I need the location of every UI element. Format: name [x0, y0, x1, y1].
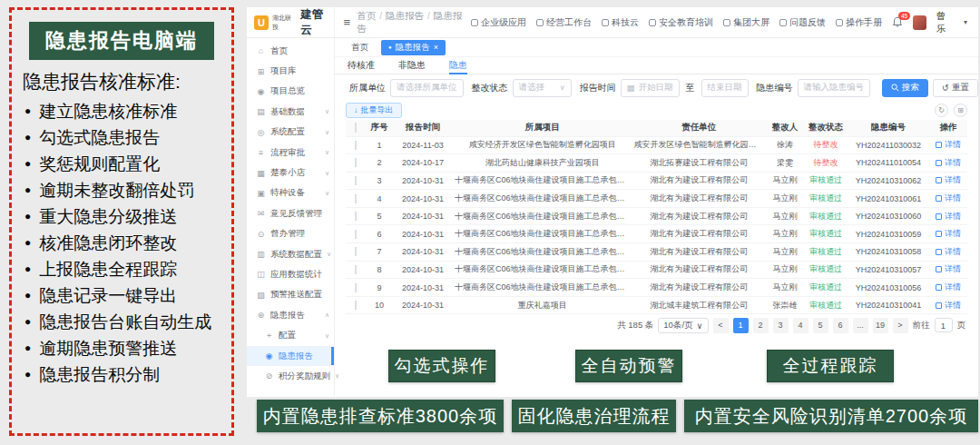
- detail-link[interactable]: 详情: [936, 157, 961, 169]
- sidebar-item[interactable]: ⊙督办管理: [247, 224, 334, 244]
- row-checkbox[interactable]: [355, 176, 357, 185]
- cell-project: 十堰商务区C06地块商住建设项目施工总承包工程: [453, 263, 632, 275]
- detail-link[interactable]: 详情: [936, 228, 961, 240]
- chevron-icon: ∧: [325, 312, 329, 319]
- search-button[interactable]: 搜索: [882, 79, 928, 97]
- row-checkbox[interactable]: [355, 194, 357, 203]
- detail-link[interactable]: 详情: [936, 282, 961, 293]
- page-button[interactable]: 5: [813, 318, 828, 333]
- username[interactable]: 曾乐: [936, 10, 954, 35]
- row-checkbox[interactable]: [355, 265, 357, 274]
- detail-icon: [936, 142, 942, 148]
- top-nav-item[interactable]: 问题反馈: [779, 16, 826, 29]
- page-button[interactable]: 19: [873, 318, 888, 333]
- sidebar-item[interactable]: ◫应用数据统计: [247, 264, 334, 284]
- subtab-item[interactable]: 非隐患: [398, 57, 426, 73]
- sidebar-item[interactable]: ◉隐患报告: [247, 346, 334, 366]
- row-checkbox[interactable]: [355, 141, 357, 150]
- top-nav-item[interactable]: 集团大屏: [723, 16, 769, 29]
- detail-link-label: 详情: [945, 157, 961, 169]
- row-checkbox[interactable]: [355, 158, 357, 167]
- row-checkbox[interactable]: [355, 247, 357, 256]
- table-row: 72024-10-31十堰商务区C06地块商住建设项目施工总承包工程湖北有为建设…: [346, 243, 967, 262]
- row-checkbox[interactable]: [355, 301, 357, 310]
- breadcrumb-item[interactable]: 首页: [357, 10, 376, 21]
- sidebar-item[interactable]: ⊛隐患报告∧: [247, 305, 334, 325]
- breadcrumb-area: ≡ 首页/隐患报告/隐患报告: [335, 7, 471, 37]
- next-page-button[interactable]: >: [893, 318, 908, 333]
- row-checkbox[interactable]: [355, 230, 357, 239]
- sidebar-item[interactable]: ✉意见反馈管理: [247, 203, 334, 223]
- top-nav-item[interactable]: 企业级应用: [471, 16, 526, 29]
- avatar[interactable]: [913, 15, 926, 30]
- page-button[interactable]: 4: [793, 318, 808, 333]
- sidebar-collapse-icon[interactable]: ≡: [344, 15, 351, 29]
- row-checkbox[interactable]: [355, 212, 357, 221]
- top-nav-item[interactable]: 经营工作台: [536, 16, 592, 29]
- row-checkbox-cell: [346, 247, 366, 256]
- user-menu-caret-icon[interactable]: ▾: [964, 18, 967, 26]
- top-nav-item[interactable]: 安全教育培训: [649, 16, 713, 29]
- detail-icon: [936, 249, 942, 255]
- header-checkbox[interactable]: [346, 123, 366, 133]
- top-nav-item[interactable]: 操作手册: [836, 16, 882, 29]
- tab-close-icon[interactable]: ×: [434, 43, 438, 52]
- reset-button[interactable]: ↺ 重置: [933, 79, 978, 97]
- sidebar-item[interactable]: ▥系统数据配置∨: [247, 244, 334, 264]
- sidebar-item[interactable]: ▦楚泰小店∨: [247, 163, 334, 183]
- top-nav-item-icon: [649, 19, 656, 26]
- status-filter-select[interactable]: 请选择 ∨: [513, 79, 572, 97]
- column-settings-icon[interactable]: ⊞: [954, 104, 967, 117]
- page-button[interactable]: 1: [733, 318, 749, 333]
- chevron-icon: ∨: [325, 190, 329, 197]
- goto-page-input[interactable]: 1: [935, 318, 953, 332]
- refresh-icon[interactable]: ↻: [935, 104, 948, 117]
- select-all-checkbox[interactable]: [355, 123, 357, 133]
- page-button[interactable]: 3: [773, 318, 789, 333]
- detail-link[interactable]: 详情: [936, 246, 961, 258]
- detail-link[interactable]: 详情: [936, 174, 961, 186]
- sidebar-item[interactable]: ◎系统配置∨: [247, 123, 334, 143]
- sidebar-item[interactable]: ⊞项目库: [247, 61, 334, 81]
- select-caret-icon: ∨: [560, 84, 565, 92]
- detail-link-label: 详情: [945, 174, 961, 186]
- tab-home[interactable]: 首页: [344, 40, 376, 55]
- detail-link[interactable]: 详情: [936, 139, 961, 151]
- subtab-active[interactable]: 隐患: [449, 57, 467, 74]
- panel-feature-item: ●奖惩规则配置化: [24, 151, 226, 177]
- prev-page-button[interactable]: <: [713, 318, 729, 333]
- start-date-input[interactable]: ▦ 开始日期: [621, 79, 680, 97]
- row-checkbox[interactable]: [355, 283, 357, 292]
- notification-bell[interactable]: 45: [892, 16, 903, 28]
- sidebar-item[interactable]: ◉项目总览: [247, 82, 334, 102]
- detail-link[interactable]: 详情: [936, 263, 961, 275]
- sidebar-item[interactable]: ▤基础数据∨: [247, 102, 334, 122]
- page-size-select[interactable]: 10条/页∨: [658, 318, 708, 333]
- sidebar-item-label: 基础数据: [270, 106, 305, 118]
- cell-date: 2024-10-17: [393, 158, 453, 167]
- end-date-input[interactable]: 结束日期: [701, 79, 749, 97]
- tab-hazard-report[interactable]: ● 隐患报告 ×: [381, 40, 446, 55]
- subtab-item[interactable]: 待核准: [348, 57, 375, 73]
- owner-filter-input[interactable]: 请选择所属单位: [390, 79, 464, 97]
- sidebar-item[interactable]: ≡流程审批∨: [247, 143, 334, 163]
- sidebar-item[interactable]: ▣特种设备∨: [247, 183, 334, 203]
- sidebar-item[interactable]: ▧预警推送配置: [247, 285, 334, 305]
- page-button[interactable]: 6: [833, 318, 848, 333]
- detail-link[interactable]: 详情: [936, 300, 961, 312]
- cell-date: 2024-10-31: [393, 301, 453, 310]
- sidebar-item[interactable]: ＋配置∨: [247, 325, 334, 345]
- cell-code: YH202411010054: [848, 158, 929, 167]
- table-tool-buttons: ↻⊞: [935, 104, 967, 117]
- detail-link[interactable]: 详情: [936, 211, 961, 222]
- search-button-label: 搜索: [902, 82, 919, 94]
- code-filter-input[interactable]: 请输入隐患编号: [798, 79, 871, 97]
- sidebar-item[interactable]: ⌂首页: [247, 41, 334, 61]
- batch-export-button[interactable]: ↓ 批量导出: [346, 103, 402, 118]
- detail-link[interactable]: 详情: [936, 193, 961, 204]
- sidebar-item[interactable]: ⊘积分奖励规则∨: [247, 366, 334, 386]
- top-nav-item[interactable]: 科技云: [602, 16, 639, 29]
- breadcrumb-item[interactable]: 隐患报告: [386, 10, 424, 21]
- active-tab-label: 隐患报告: [396, 42, 430, 54]
- page-button[interactable]: 2: [753, 318, 769, 333]
